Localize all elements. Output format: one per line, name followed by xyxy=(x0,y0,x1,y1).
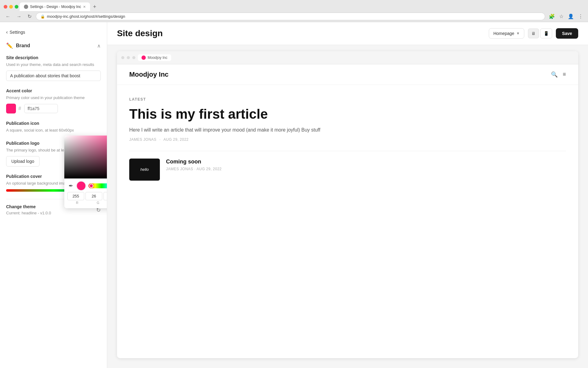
hue-slider[interactable] xyxy=(89,183,107,188)
article-divider xyxy=(129,151,566,151)
save-button[interactable]: Save xyxy=(556,28,578,39)
tab-close-btn[interactable]: ✕ xyxy=(83,5,86,9)
color-picker-tools: ✒ xyxy=(64,178,107,192)
preview-browser-bar: Moodjoy Inc xyxy=(117,51,578,64)
sidebar: ‹ Settings ✏️ Brand ∧ Site description U… xyxy=(0,22,107,368)
change-theme-label: Change theme xyxy=(6,204,51,209)
site-description-label: Site description xyxy=(6,55,101,60)
publication-icon-hint: A square, social icon, at least 60x60px xyxy=(6,128,101,133)
collapse-brand-icon[interactable]: ∧ xyxy=(97,43,101,49)
tab-bar: Settings - Design - Moodjoy Inc ✕ + xyxy=(0,0,588,11)
brand-title-row: ✏️ Brand xyxy=(6,42,30,49)
accent-color-field: Accent color Primary color used in your … xyxy=(6,88,101,113)
top-bar: Site design Homepage ▼ 🖥 📱 Save xyxy=(107,22,588,45)
main-article-title: This is my first article xyxy=(129,106,566,122)
color-picker-popup: ✒ 255 26 117 ⇅ R G B xyxy=(64,136,107,208)
tab-title: Settings - Design - Moodjoy Inc xyxy=(30,5,81,9)
refresh-button[interactable]: ↻ xyxy=(26,13,33,20)
accent-color-label: Accent color xyxy=(6,88,101,93)
eyedropper-button[interactable]: ✒ xyxy=(68,182,74,190)
hue-slider-handle xyxy=(89,184,93,188)
main-article-author: JAMES JONAS xyxy=(129,137,156,142)
card-article-title: Coming soon xyxy=(166,159,222,165)
dropdown-arrow-icon: ▼ xyxy=(516,31,520,36)
brand-section-title: Brand xyxy=(16,43,30,48)
color-gradient-canvas[interactable] xyxy=(64,136,107,178)
green-input[interactable]: 26 xyxy=(85,192,102,200)
site-content: LATEST This is my first article Here I w… xyxy=(117,85,578,193)
address-bar[interactable]: 🔒 moodjoy-inc.ghost.io/ghost/#/settings/… xyxy=(36,13,545,20)
back-to-settings-link[interactable]: ‹ Settings xyxy=(6,29,101,35)
tab-favicon xyxy=(24,5,28,9)
blue-input[interactable]: 117 xyxy=(104,192,107,200)
main-article-excerpt: Here I will write an article that will i… xyxy=(129,126,566,134)
active-tab[interactable]: Settings - Design - Moodjoy Inc ✕ xyxy=(20,2,90,11)
mobile-view-btn[interactable]: 📱 xyxy=(540,29,552,38)
back-button[interactable]: ← xyxy=(4,13,12,20)
lock-icon: 🔒 xyxy=(40,14,45,19)
url-text: moodjoy-inc.ghost.io/ghost/#/settings/de… xyxy=(47,14,125,19)
article-card: hello Coming soon JAMES JONAS · AUG 29, … xyxy=(129,159,566,181)
red-input[interactable]: 255 xyxy=(67,192,84,200)
site-description-input[interactable] xyxy=(6,71,101,81)
page-title: Site design xyxy=(117,29,163,38)
accent-color-row: # xyxy=(6,104,101,113)
main-content: Site design Homepage ▼ 🖥 📱 Save xyxy=(107,22,588,368)
publication-icon-label: Publication icon xyxy=(6,121,101,126)
bookmark-btn[interactable]: ☆ xyxy=(558,13,565,20)
red-label: R xyxy=(67,201,87,205)
app-container: ‹ Settings ✏️ Brand ∧ Site description U… xyxy=(0,22,588,368)
extensions-btn[interactable]: 🧩 xyxy=(548,13,556,20)
upload-logo-button[interactable]: Upload logo xyxy=(6,156,40,167)
site-logo: Moodjoy Inc xyxy=(129,71,168,79)
menu-icon[interactable]: ≡ xyxy=(563,71,566,78)
maximize-window-btn[interactable] xyxy=(15,5,18,9)
site-description-hint: Used in your theme, meta data and search… xyxy=(6,62,101,67)
preview-area: Moodjoy Inc Moodjoy Inc 🔍 ≡ LATEST T xyxy=(107,45,588,368)
view-icons-group: 🖥 📱 xyxy=(528,29,552,38)
traffic-lights xyxy=(4,5,18,9)
article-card-thumbnail: hello xyxy=(129,159,160,181)
hex-prefix: # xyxy=(18,106,21,111)
latest-section-label: LATEST xyxy=(129,97,566,102)
rgb-inputs-row: 255 26 117 ⇅ xyxy=(64,192,107,200)
preview-browser-frame: Moodjoy Inc Moodjoy Inc 🔍 ≡ LATEST T xyxy=(117,51,578,358)
card-article-meta: JAMES JONAS · AUG 29, 2022 xyxy=(166,167,222,171)
profile-btn[interactable]: 👤 xyxy=(567,13,575,20)
brand-icon: ✏️ xyxy=(6,42,13,49)
preview-tab-label: Moodjoy Inc xyxy=(148,56,168,60)
meta-separator: · xyxy=(160,137,161,142)
preview-site-tab: Moodjoy Inc xyxy=(138,54,171,61)
forward-button[interactable]: → xyxy=(15,13,23,20)
view-selector-dropdown[interactable]: Homepage ▼ xyxy=(489,28,524,39)
rgb-labels-row: R G B xyxy=(64,200,107,205)
card-article-date: AUG 29, 2022 xyxy=(197,167,222,171)
desktop-view-btn[interactable]: 🖥 xyxy=(528,29,539,38)
browser-controls: ← → ↻ 🔒 moodjoy-inc.ghost.io/ghost/#/set… xyxy=(0,11,588,22)
accent-color-hint: Primary color used in your publication t… xyxy=(6,95,101,101)
brand-section-header: ✏️ Brand ∧ xyxy=(6,42,101,49)
card-meta-separator: · xyxy=(194,167,197,171)
minimize-window-btn[interactable] xyxy=(9,5,13,9)
accent-color-hex-input[interactable] xyxy=(24,104,58,113)
search-icon[interactable]: 🔍 xyxy=(551,71,558,78)
main-article-date: AUG 29, 2022 xyxy=(164,137,189,142)
site-preview: Moodjoy Inc 🔍 ≡ LATEST This is my first … xyxy=(117,64,578,193)
menu-btn[interactable]: ⋮ xyxy=(577,13,584,20)
accent-color-swatch[interactable] xyxy=(6,104,16,113)
top-bar-actions: Homepage ▼ 🖥 📱 Save xyxy=(489,28,578,39)
site-description-field: Site description Used in your theme, met… xyxy=(6,55,101,81)
site-nav-icons: 🔍 ≡ xyxy=(551,71,566,78)
publication-icon-field: Publication icon A square, social icon, … xyxy=(6,121,101,133)
new-tab-button[interactable]: + xyxy=(91,3,98,11)
browser-actions: 🧩 ☆ 👤 ⋮ xyxy=(548,13,584,20)
preview-dot-1 xyxy=(121,56,124,59)
close-window-btn[interactable] xyxy=(4,5,7,9)
theme-info: Change theme Current: headline - v1.0.0 xyxy=(6,204,51,216)
site-navigation: Moodjoy Inc 🔍 ≡ xyxy=(117,64,578,85)
back-arrow-icon: ‹ xyxy=(6,29,8,35)
thumb-text: hello xyxy=(140,167,149,172)
current-color-preview xyxy=(76,181,86,191)
preview-favicon-icon xyxy=(141,56,146,60)
main-article-meta: JAMES JONAS · AUG 29, 2022 xyxy=(129,137,566,142)
